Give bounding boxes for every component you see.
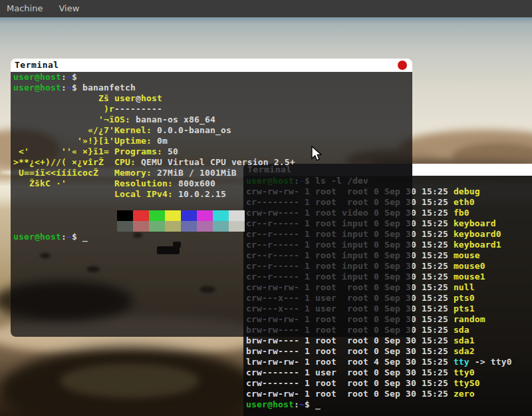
- palette-block: [229, 210, 245, 221]
- terminal-line: >**¿<+)//( ×¿vîrŽ CPU: QEMU Virtual CPU …: [11, 157, 412, 168]
- text-segment: '¬ï: [13, 114, 114, 124]
- mouse-cursor: [311, 146, 323, 166]
- text-segment: Memory:: [114, 168, 152, 178]
- text-segment: <' ''« ×}ï1=: [13, 146, 114, 156]
- text-segment: random: [454, 314, 485, 324]
- text-segment: debug: [454, 186, 480, 196]
- text-segment: null: [454, 282, 475, 292]
- terminal-line: brw-rw---- 1 root root 0 Sep 30 15:25 sd…: [243, 346, 532, 357]
- terminal-line: user@host:~$: [11, 72, 412, 83]
- text-segment: _: [315, 399, 321, 409]
- text-segment: :: [61, 83, 66, 93]
- text-segment: ŽškC ·': [13, 178, 114, 188]
- palette-block: [213, 210, 229, 221]
- palette-block: [181, 221, 197, 232]
- terminal1-title: Terminal: [11, 60, 59, 70]
- text-segment: )r: [13, 104, 114, 114]
- text-segment: pts1: [454, 304, 475, 313]
- text-segment: $: [305, 399, 315, 409]
- vm-screen: Terminal user@host:~$ ls -l /devcrw-rw-r…: [0, 0, 532, 416]
- text-segment: Programs:: [114, 146, 162, 156]
- text-segment: pts0: [454, 293, 475, 303]
- text-segment: :: [61, 232, 66, 242]
- palette-block: [165, 221, 181, 232]
- text-segment: 50: [162, 146, 178, 156]
- terminal-line: )r---------: [11, 104, 412, 114]
- text-segment: mouse: [454, 250, 480, 260]
- text-segment: «/¿7': [13, 125, 114, 135]
- terminal-line: crw------- 1 root root 0 Sep 30 15:25 tt…: [243, 378, 532, 389]
- text-segment: ~: [66, 232, 72, 242]
- text-segment: ---------: [114, 104, 162, 114]
- text-segment: user: [114, 93, 136, 103]
- text-segment: user@host: [13, 83, 61, 93]
- text-segment: brw-rw---- 1 root root 0 Sep 30 15:25: [246, 335, 454, 345]
- text-segment: fb0: [454, 208, 469, 218]
- terminal-line: '»!}[ì'Uptime: 0m: [11, 136, 412, 146]
- palette-block: [149, 210, 165, 221]
- text-segment: bananfetch: [82, 83, 136, 93]
- terminal-window-focused[interactable]: Terminal user@host:~$ user@host:~$ banan…: [11, 59, 412, 337]
- menu-machine[interactable]: Machine: [0, 0, 51, 17]
- terminal-line: '¬ïOS: banan-os x86_64: [11, 114, 412, 125]
- terminal1-output[interactable]: user@host:~$ user@host:~$ bananfetch Zš …: [11, 72, 412, 337]
- text-segment: host: [141, 93, 162, 103]
- text-segment: keyboard0: [454, 229, 501, 239]
- palette-block: [117, 221, 133, 232]
- text-segment: $: [72, 83, 82, 93]
- text-segment: keyboard1: [454, 240, 501, 250]
- palette-block: [149, 221, 165, 232]
- palette-block: [181, 210, 197, 221]
- text-segment: 0.0.0-banan_os: [152, 125, 231, 135]
- palette-block: [197, 210, 213, 221]
- text-segment: banan-os x86_64: [130, 114, 215, 124]
- text-segment: CPU:: [114, 157, 136, 167]
- text-segment: eth0: [454, 197, 475, 207]
- text-segment: 27MiB / 1001MiB: [152, 168, 237, 178]
- text-segment: crw------- 1 root root 0 Sep 30 15:25: [246, 378, 454, 388]
- text-segment: mouse1: [454, 272, 485, 282]
- text-segment: U==íï<<íííîcocŽ: [13, 168, 114, 178]
- text-segment: ttyS0: [454, 378, 480, 388]
- text-segment: Uptime:: [114, 136, 152, 146]
- text-segment: mouse0: [454, 261, 485, 271]
- palette-block: [165, 210, 181, 221]
- text-segment: user@host: [13, 232, 61, 242]
- text-segment: $: [72, 232, 82, 242]
- text-segment: QEMU Virtual CPU version 2.5+: [136, 157, 295, 167]
- text-segment: Zš: [13, 93, 114, 103]
- vm-menubar: Machine View: [0, 0, 532, 17]
- terminal1-titlebar[interactable]: Terminal: [11, 59, 412, 72]
- palette-block: [133, 221, 149, 232]
- text-segment: '»!}[ì': [13, 136, 114, 146]
- terminal-line: user@host:~$ bananfetch: [11, 83, 412, 93]
- text-segment: crw-rw-rw- 1 root root 0 Sep 30 15:25: [246, 389, 454, 399]
- text-segment: user@host: [13, 72, 61, 82]
- palette-block: [197, 221, 213, 232]
- text-segment: -> tty0: [469, 357, 512, 367]
- rock-patch: [60, 363, 200, 398]
- palette-block: [133, 210, 149, 221]
- terminal-line: <' ''« ×}ï1= Programs: 50: [11, 146, 412, 157]
- text-segment: lrw-rw-rw- 1 root root 4 Sep 30 15:25: [246, 357, 454, 367]
- palette-block: [229, 221, 245, 232]
- text-segment: 0m: [152, 136, 168, 146]
- terminal-line: user@host:~$ _: [243, 399, 532, 410]
- terminal-line: [11, 210, 412, 221]
- text-segment: :: [61, 72, 66, 82]
- text-segment: Kernel:: [114, 125, 152, 135]
- text-segment: :: [294, 399, 299, 409]
- text-segment: ~: [66, 72, 72, 82]
- terminal-line: brw-rw---- 1 root root 0 Sep 30 15:25 sd…: [243, 335, 532, 346]
- terminal-line: crw------- 1 user root 0 Sep 30 15:25 tt…: [243, 367, 532, 378]
- text-segment: tty: [454, 357, 469, 367]
- menu-view[interactable]: View: [51, 0, 87, 17]
- text-segment: 800x600: [173, 178, 215, 188]
- text-segment: crw------- 1 user root 0 Sep 30 15:25: [246, 367, 454, 377]
- close-button[interactable]: [398, 61, 407, 70]
- text-segment: 10.0.2.15: [173, 189, 226, 199]
- text-segment: sda1: [454, 335, 475, 345]
- terminal-line: user@host:~$ _: [11, 232, 412, 242]
- palette-block: [213, 221, 229, 232]
- terminal-line: U==íï<<íííîcocŽ Memory: 27MiB / 1001MiB: [11, 168, 412, 178]
